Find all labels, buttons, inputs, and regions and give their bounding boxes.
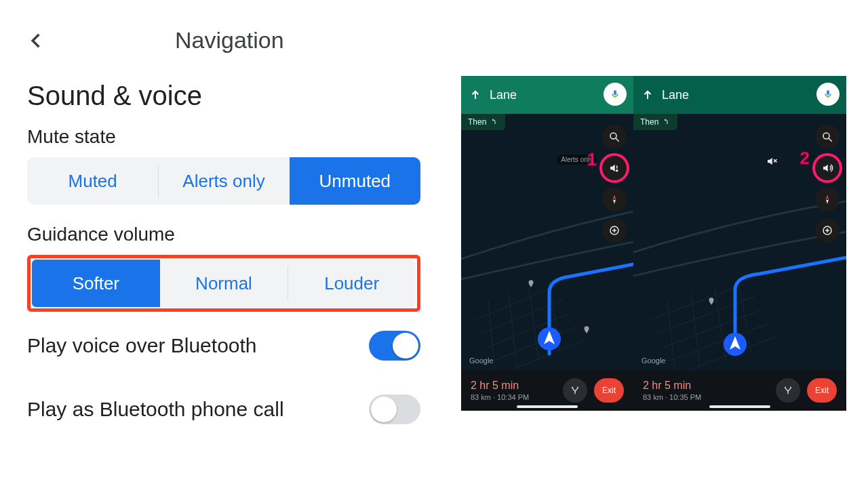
phone-1: Lane Then Alerts only 1 Google	[461, 76, 633, 411]
exit-navigation-button[interactable]: Exit	[807, 378, 837, 403]
page-title: Navigation	[175, 27, 284, 54]
place-pin-icon	[526, 279, 536, 289]
direction-bar: Lane	[461, 76, 633, 114]
speaker-alert-icon	[608, 162, 620, 174]
sound-mode-button[interactable]	[602, 156, 627, 180]
mute-state-label: Mute state	[27, 126, 420, 148]
phone-screenshots: Lane Then Alerts only 1 Google	[461, 76, 846, 411]
turn-left-icon	[490, 118, 498, 126]
svg-line-20	[829, 138, 832, 142]
report-button[interactable]	[815, 218, 840, 243]
search-icon	[608, 131, 620, 143]
voice-search-button[interactable]	[816, 83, 840, 106]
guidance-volume-highlight: Softer Normal Louder	[27, 255, 420, 312]
callout-2: 2	[800, 148, 810, 169]
guidance-volume-label: Guidance volume	[27, 224, 420, 245]
svg-point-6	[616, 170, 618, 171]
lane-label: Lane	[662, 88, 689, 102]
search-button[interactable]	[815, 125, 840, 149]
report-button[interactable]	[602, 218, 627, 243]
mute-state-segmented: Muted Alerts only Unmuted	[27, 157, 420, 205]
callout-1: 1	[587, 149, 597, 170]
place-pin-icon	[707, 297, 716, 306]
svg-rect-1	[614, 90, 616, 95]
section-sound-voice-title: Sound & voice	[27, 81, 420, 111]
svg-point-3	[610, 133, 616, 139]
straight-arrow-icon	[469, 89, 481, 101]
gesture-bar	[517, 405, 578, 408]
guidance-option-louder[interactable]: Louder	[288, 260, 416, 307]
back-icon[interactable]	[27, 31, 46, 50]
guidance-option-normal[interactable]: Normal	[160, 260, 288, 307]
play-as-bt-phone-call-switch[interactable]	[369, 394, 420, 424]
add-report-icon	[821, 224, 833, 237]
compass-icon	[608, 193, 620, 205]
row-play-voice-bluetooth: Play voice over Bluetooth	[27, 331, 420, 361]
map-fab-column	[815, 125, 840, 243]
phone-2: Lane Then 2 Google	[633, 76, 846, 411]
then-label: Then	[468, 117, 486, 127]
add-report-icon	[608, 224, 620, 237]
mic-icon	[823, 89, 833, 100]
trip-bottom-bar: 2 hr 5 min 83 km · 10:35 PM Exit	[633, 370, 846, 411]
play-voice-bluetooth-switch[interactable]	[369, 331, 420, 361]
lane-label: Lane	[490, 88, 517, 102]
map-fab-column	[602, 125, 627, 243]
eta-duration: 2 hr 5 min	[471, 380, 556, 392]
alt-routes-button[interactable]	[776, 378, 800, 403]
svg-marker-22	[826, 199, 829, 204]
compass-icon	[821, 193, 833, 205]
play-as-bt-phone-call-label: Play as Bluetooth phone call	[27, 398, 284, 421]
mute-option-unmuted[interactable]: Unmuted	[290, 157, 420, 205]
sound-mode-button[interactable]	[815, 156, 840, 180]
fork-icon	[570, 385, 580, 396]
eta-duration: 2 hr 5 min	[643, 380, 769, 392]
trip-bottom-bar: 2 hr 5 min 83 km · 10:34 PM Exit	[461, 370, 633, 411]
svg-point-19	[823, 133, 829, 139]
mic-icon	[610, 89, 620, 100]
fork-icon	[783, 385, 793, 396]
eta-distance-arrival: 83 km · 10:35 PM	[643, 393, 769, 401]
place-pin-icon	[582, 325, 591, 335]
search-button[interactable]	[602, 125, 627, 149]
voice-search-button[interactable]	[604, 83, 627, 106]
mute-option-alerts-only[interactable]: Alerts only	[158, 157, 289, 205]
svg-marker-7	[613, 195, 616, 199]
exit-navigation-button[interactable]: Exit	[594, 378, 624, 403]
row-play-as-bt-phone-call: Play as Bluetooth phone call	[27, 394, 420, 424]
mute-option-muted[interactable]: Muted	[27, 157, 158, 205]
app-bar: Navigation	[27, 27, 420, 54]
direction-bar: Lane	[633, 76, 846, 114]
svg-rect-15	[827, 90, 829, 95]
play-voice-bluetooth-label: Play voice over Bluetooth	[27, 334, 257, 357]
compass-button[interactable]	[602, 187, 627, 211]
then-step-bar: Then	[633, 114, 677, 130]
alt-routes-button[interactable]	[563, 378, 587, 403]
svg-marker-8	[613, 199, 616, 204]
speaker-on-icon	[821, 162, 833, 174]
svg-line-4	[616, 138, 619, 142]
gesture-bar	[709, 405, 770, 408]
mute-icon	[762, 152, 781, 171]
compass-button[interactable]	[815, 187, 840, 211]
current-location-puck	[723, 332, 747, 357]
turn-left-icon	[663, 118, 671, 126]
current-location-puck	[537, 327, 561, 351]
svg-marker-21	[826, 195, 829, 199]
speaker-muted-icon	[766, 155, 778, 167]
search-icon	[821, 131, 833, 143]
guidance-volume-segmented: Softer Normal Louder	[32, 260, 416, 307]
then-label: Then	[640, 117, 658, 127]
navigation-settings-screen: Navigation Sound & voice Mute state Mute…	[0, 0, 448, 424]
eta-distance-arrival: 83 km · 10:34 PM	[471, 393, 556, 401]
google-watermark: Google	[469, 357, 493, 365]
guidance-option-softer[interactable]: Softer	[32, 260, 160, 307]
straight-arrow-icon	[642, 89, 654, 101]
then-step-bar: Then	[461, 114, 505, 130]
google-watermark: Google	[642, 357, 665, 365]
